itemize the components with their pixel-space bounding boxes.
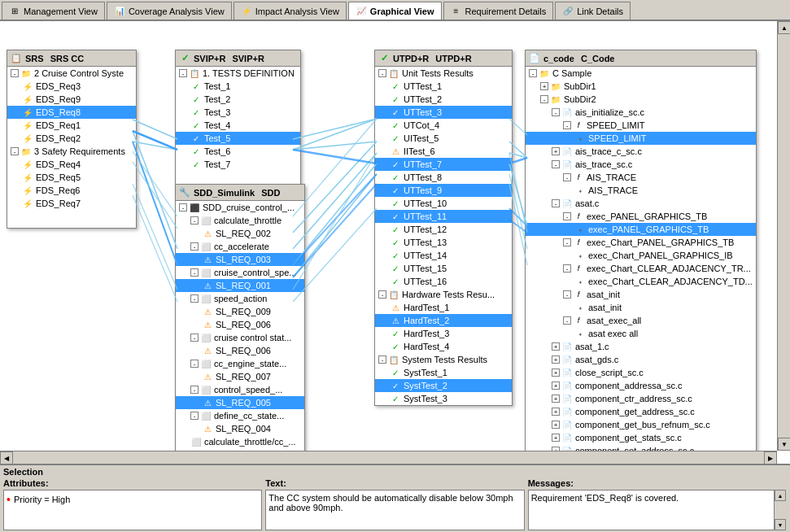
sdd-sl-req009[interactable]: ⚠ SL_REQ_009 xyxy=(176,305,304,318)
ht-exp[interactable]: - xyxy=(378,290,386,299)
srs-eds-req9[interactable]: ⚡ EDS_Req9 xyxy=(7,93,136,106)
scroll-down-btn[interactable]: ▼ xyxy=(778,438,790,451)
sdd-cruise-exp[interactable]: - xyxy=(179,203,187,211)
sdd-sl-req004[interactable]: ⚠ SL_REQ_004 xyxy=(176,422,304,435)
calc-exp[interactable]: - xyxy=(190,216,199,225)
st-exp[interactable]: - xyxy=(378,355,386,364)
a1-exp[interactable]: + xyxy=(552,342,560,351)
scroll-right-btn[interactable]: ▶ xyxy=(764,451,777,464)
cc-exec-panel-val[interactable]: ⬧ exec_PANEL_GRAPHICS_TB xyxy=(526,223,756,236)
cc-comp-addr[interactable]: + 📄 component_addressa_sc.c xyxy=(526,379,756,392)
srs-eds-req8[interactable]: ⚡ EDS_Req8 xyxy=(7,106,136,119)
cc-speed-limit-grp[interactable]: - f SPEED_LIMIT xyxy=(526,119,756,132)
st-test3[interactable]: ✓ SystTest_3 xyxy=(375,392,512,405)
sdd-sl-req005[interactable]: ⚠ SL_REQ_005 xyxy=(176,396,304,409)
cc-ais-trace-fn[interactable]: - f AIS_TRACE xyxy=(526,171,756,184)
cc-speed-limit-val[interactable]: ⬧ SPEED_LIMIT xyxy=(526,132,756,145)
cc-ais-trace-sc[interactable]: - 📄 ais_trace_sc.c xyxy=(526,158,756,171)
cc-exec-clear-val[interactable]: ⬧ exec_Chart_CLEAR_ADJACENCY_TD... xyxy=(526,275,756,288)
cgb-exp[interactable]: + xyxy=(552,421,560,429)
cga-exp[interactable]: + xyxy=(552,408,560,416)
ht-test4[interactable]: ✓ HardTest_4 xyxy=(375,340,512,353)
cc-subdir1[interactable]: + 📁 SubDir1 xyxy=(526,80,756,93)
cs2-exp[interactable]: + xyxy=(552,368,560,377)
vertical-scrollbar[interactable]: ▲ ▼ xyxy=(777,21,790,451)
srs-eds-req5[interactable]: ⚡ EDS_Req5 xyxy=(7,171,136,184)
sdd-speed-action[interactable]: - ⬜ speed_action xyxy=(176,292,304,305)
sd1-exp[interactable]: + xyxy=(540,82,548,90)
tests-expander[interactable]: - xyxy=(179,69,187,77)
safety-expander[interactable]: - xyxy=(11,147,19,155)
sdd-calc-throttle[interactable]: - ⬜ calculate_throttle xyxy=(176,214,304,227)
ut-test5[interactable]: ✓ UITest_5 xyxy=(375,132,512,145)
ut-exp[interactable]: - xyxy=(378,69,386,77)
cc-comp-get-bus[interactable]: + 📄 component_get_bus_refnum_sc.c xyxy=(526,418,756,431)
ut-test2[interactable]: ✓ UTTest_2 xyxy=(375,93,512,106)
cc-asat-exec-val[interactable]: ⬧ asat exec all xyxy=(526,327,756,340)
srs-eds-req2[interactable]: ⚡ EDS_Req2 xyxy=(7,132,136,145)
asat-exp[interactable]: - xyxy=(552,199,560,207)
sdd-cruise-state[interactable]: - ⬜ cruise control stat... xyxy=(176,331,304,344)
ut-test15[interactable]: ✓ UTTest_15 xyxy=(375,262,512,275)
sdd-calc2[interactable]: ⬜ calculate_throttle/cc_... xyxy=(176,435,304,448)
unit-tests-section[interactable]: - 📋 Unit Tests Results xyxy=(375,67,512,80)
tab-requirement[interactable]: ≡ Requirement Details xyxy=(443,2,554,20)
cc-exec-chart-fn[interactable]: - f exec_Chart_PANEL_GRAPHICS_TB xyxy=(526,236,756,249)
svip-test4[interactable]: ✓ Test_4 xyxy=(176,119,300,132)
svip-test1[interactable]: ✓ Test_1 xyxy=(176,80,300,93)
cc-comp-ctr[interactable]: + 📄 component_ctr_address_sc.c xyxy=(526,392,756,405)
ats-exp[interactable]: - xyxy=(552,160,560,168)
cs-exp[interactable]: - xyxy=(190,334,199,342)
srs-fds-req6[interactable]: ⚡ FDS_Req6 xyxy=(7,184,136,197)
ec-exp[interactable]: - xyxy=(563,238,571,246)
hw-tests-section[interactable]: - 📋 Hardware Tests Resu... xyxy=(375,288,512,301)
ut-test8[interactable]: ✓ UTTest_8 xyxy=(375,171,512,184)
ca-exp[interactable]: + xyxy=(552,382,560,390)
srs-cruise-node[interactable]: - 📁 2 Cruise Control Syste xyxy=(7,67,136,80)
sdd-sl-req001[interactable]: ⚠ SL_REQ_001 xyxy=(176,279,304,292)
ut-test1[interactable]: ✓ UTTest_1 xyxy=(375,80,512,93)
cc-exp[interactable]: - xyxy=(190,242,199,251)
cc-ais-init[interactable]: - 📄 ais_initialize_sc.c xyxy=(526,106,756,119)
sdd-define-cc[interactable]: - ⬜ define_cc_state... xyxy=(176,409,304,422)
cc2-exp[interactable]: + xyxy=(552,395,560,403)
ut-test4[interactable]: ✓ UTCot_4 xyxy=(375,119,512,132)
sdd-cc-accel[interactable]: - ⬜ cc_accelerate xyxy=(176,240,304,253)
cc-asat-c[interactable]: - 📄 asat.c xyxy=(526,197,756,210)
eng-exp[interactable]: - xyxy=(190,360,199,368)
ht-test1[interactable]: ⚠ HardTest_1 xyxy=(375,301,512,314)
cc-asat-exec-grp[interactable]: - f asat_exec_all xyxy=(526,314,756,327)
scroll-up-btn[interactable]: ▲ xyxy=(778,21,790,34)
atf-exp[interactable]: - xyxy=(563,173,571,181)
sdd-cruise[interactable]: - ⬛ SDD_cruise_control_... xyxy=(176,201,304,214)
cc-asat-init-grp[interactable]: - f asat_init xyxy=(526,288,756,301)
scroll-left-btn[interactable]: ◀ xyxy=(0,451,13,464)
ut-test9[interactable]: ✓ UTTest_9 xyxy=(375,184,512,197)
sdd-ctrl-speed[interactable]: - ⬜ control_speed_... xyxy=(176,383,304,396)
cc-asat-init-val[interactable]: ⬧ asat_init xyxy=(526,301,756,314)
ctrl-exp[interactable]: - xyxy=(190,386,199,394)
ai-exp[interactable]: - xyxy=(552,108,560,116)
ut-test16[interactable]: ✓ UTTest_16 xyxy=(375,275,512,288)
st-test2[interactable]: ✓ SystTest_2 xyxy=(375,379,512,392)
sdd-sl-req007[interactable]: ⚠ SL_REQ_007 xyxy=(176,370,304,383)
cc-subdir2[interactable]: - 📁 SubDir2 xyxy=(526,93,756,106)
svip-test6[interactable]: ✓ Test_6 xyxy=(176,145,300,158)
sdd-sl-req002[interactable]: ⚠ SL_REQ_002 xyxy=(176,227,304,240)
cc-close-script[interactable]: + 📄 close_script_sc.c xyxy=(526,366,756,379)
cc-ais-trace-val[interactable]: ⬧ AIS_TRACE xyxy=(526,184,756,197)
svip-tests-def[interactable]: - 📋 1. TESTS DEFINITION xyxy=(176,67,300,80)
def-exp[interactable]: - xyxy=(190,412,199,420)
cruise-expander[interactable]: - xyxy=(11,69,19,77)
svip-test5[interactable]: ✓ Test_5 xyxy=(176,132,300,145)
msg-scroll-down[interactable]: ▼ xyxy=(775,519,786,530)
msg-scrollbar[interactable]: ▲ ▼ xyxy=(774,490,787,530)
sd2-exp[interactable]: - xyxy=(540,95,548,103)
cc-comp-get-addr[interactable]: + 📄 component_get_address_sc.c xyxy=(526,405,756,418)
atc-exp[interactable]: + xyxy=(552,147,560,155)
tab-management[interactable]: ⊞ Management View xyxy=(2,2,105,20)
sdd-sl-req003[interactable]: ⚠ SL_REQ_003 xyxy=(176,253,304,266)
ut-test12[interactable]: ✓ UTTest_12 xyxy=(375,223,512,236)
srs-eds-req1[interactable]: ⚡ EDS_Req1 xyxy=(7,119,136,132)
tab-graphical[interactable]: 📈 Graphical View xyxy=(348,2,442,20)
